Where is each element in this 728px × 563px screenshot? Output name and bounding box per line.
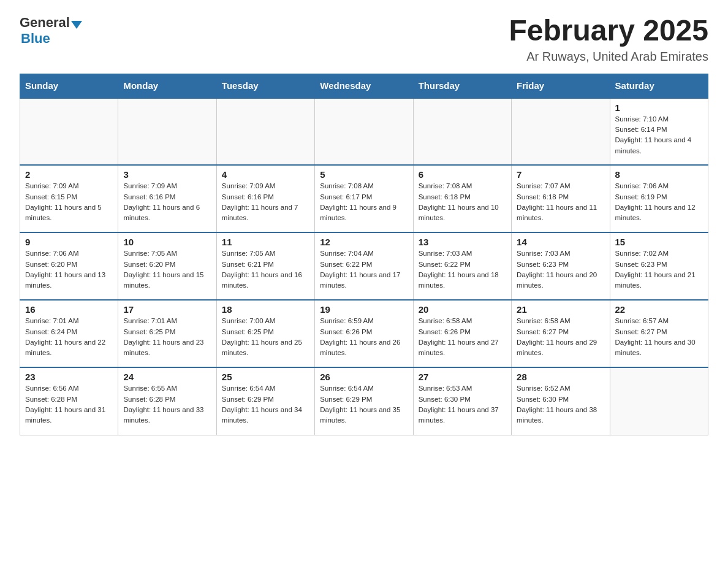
table-row: 23Sunrise: 6:56 AMSunset: 6:28 PMDayligh…: [20, 367, 118, 435]
table-row: 13Sunrise: 7:03 AMSunset: 6:22 PMDayligh…: [413, 232, 511, 300]
col-thursday: Thursday: [413, 74, 511, 98]
calendar-table: Sunday Monday Tuesday Wednesday Thursday…: [20, 74, 708, 435]
day-number: 24: [123, 372, 211, 382]
table-row: 17Sunrise: 7:01 AMSunset: 6:25 PMDayligh…: [118, 300, 216, 367]
day-number: 18: [222, 304, 309, 315]
day-info: Sunrise: 7:07 AMSunset: 6:18 PMDaylight:…: [517, 181, 604, 223]
day-number: 7: [517, 169, 604, 180]
table-row: 11Sunrise: 7:05 AMSunset: 6:21 PMDayligh…: [216, 232, 314, 300]
day-info: Sunrise: 7:04 AMSunset: 6:22 PMDaylight:…: [320, 248, 408, 291]
table-row: 15Sunrise: 7:02 AMSunset: 6:23 PMDayligh…: [610, 232, 708, 300]
day-number: 5: [320, 169, 408, 180]
day-number: 25: [222, 372, 309, 382]
col-saturday: Saturday: [610, 74, 708, 98]
day-info: Sunrise: 6:55 AMSunset: 6:28 PMDaylight:…: [123, 383, 211, 426]
table-row: [20, 98, 118, 165]
day-info: Sunrise: 7:01 AMSunset: 6:24 PMDaylight:…: [25, 316, 113, 358]
table-row: [512, 98, 610, 165]
day-info: Sunrise: 6:57 AMSunset: 6:27 PMDaylight:…: [615, 316, 703, 358]
col-wednesday: Wednesday: [315, 74, 413, 98]
calendar-week-row: 9Sunrise: 7:06 AMSunset: 6:20 PMDaylight…: [20, 232, 708, 300]
table-row: 1Sunrise: 7:10 AMSunset: 6:14 PMDaylight…: [610, 98, 708, 165]
logo-blue-text: Blue: [21, 31, 50, 47]
table-row: 5Sunrise: 7:08 AMSunset: 6:17 PMDaylight…: [315, 165, 413, 232]
day-number: 11: [222, 237, 309, 247]
day-number: 14: [517, 237, 604, 247]
day-number: 22: [615, 304, 703, 315]
day-info: Sunrise: 6:58 AMSunset: 6:26 PMDaylight:…: [419, 316, 506, 358]
table-row: 16Sunrise: 7:01 AMSunset: 6:24 PMDayligh…: [20, 300, 118, 367]
day-info: Sunrise: 7:02 AMSunset: 6:23 PMDaylight:…: [615, 248, 703, 291]
table-row: 6Sunrise: 7:08 AMSunset: 6:18 PMDaylight…: [413, 165, 511, 232]
day-info: Sunrise: 7:05 AMSunset: 6:20 PMDaylight:…: [123, 248, 211, 291]
day-info: Sunrise: 7:08 AMSunset: 6:18 PMDaylight:…: [419, 181, 506, 223]
day-info: Sunrise: 6:58 AMSunset: 6:27 PMDaylight:…: [517, 316, 604, 358]
page-header: General Blue February 2025 Ar Ruways, Un…: [20, 15, 708, 64]
day-info: Sunrise: 7:00 AMSunset: 6:25 PMDaylight:…: [222, 316, 309, 358]
table-row: 20Sunrise: 6:58 AMSunset: 6:26 PMDayligh…: [413, 300, 511, 367]
table-row: 19Sunrise: 6:59 AMSunset: 6:26 PMDayligh…: [315, 300, 413, 367]
calendar-week-row: 2Sunrise: 7:09 AMSunset: 6:15 PMDaylight…: [20, 165, 708, 232]
day-info: Sunrise: 7:10 AMSunset: 6:14 PMDaylight:…: [615, 114, 703, 156]
table-row: 9Sunrise: 7:06 AMSunset: 6:20 PMDaylight…: [20, 232, 118, 300]
logo-triangle-icon: [71, 21, 82, 29]
calendar-week-row: 16Sunrise: 7:01 AMSunset: 6:24 PMDayligh…: [20, 300, 708, 367]
table-row: 12Sunrise: 7:04 AMSunset: 6:22 PMDayligh…: [315, 232, 413, 300]
day-info: Sunrise: 7:03 AMSunset: 6:23 PMDaylight:…: [517, 248, 604, 291]
table-row: 18Sunrise: 7:00 AMSunset: 6:25 PMDayligh…: [216, 300, 314, 367]
day-number: 2: [25, 169, 113, 180]
col-friday: Friday: [512, 74, 610, 98]
day-number: 1: [615, 102, 703, 113]
logo: General Blue: [20, 15, 82, 47]
day-number: 15: [615, 237, 703, 247]
table-row: 28Sunrise: 6:52 AMSunset: 6:30 PMDayligh…: [512, 367, 610, 435]
day-number: 6: [419, 169, 506, 180]
table-row: 10Sunrise: 7:05 AMSunset: 6:20 PMDayligh…: [118, 232, 216, 300]
location-subtitle: Ar Ruways, United Arab Emirates: [509, 50, 708, 64]
table-row: [315, 98, 413, 165]
day-number: 12: [320, 237, 408, 247]
day-number: 19: [320, 304, 408, 315]
day-number: 21: [517, 304, 604, 315]
table-row: 24Sunrise: 6:55 AMSunset: 6:28 PMDayligh…: [118, 367, 216, 435]
day-number: 3: [123, 169, 211, 180]
day-info: Sunrise: 6:53 AMSunset: 6:30 PMDaylight:…: [419, 383, 506, 426]
table-row: 26Sunrise: 6:54 AMSunset: 6:29 PMDayligh…: [315, 367, 413, 435]
day-info: Sunrise: 7:03 AMSunset: 6:22 PMDaylight:…: [419, 248, 506, 291]
day-info: Sunrise: 7:06 AMSunset: 6:20 PMDaylight:…: [25, 248, 113, 291]
day-number: 9: [25, 237, 113, 247]
table-row: 8Sunrise: 7:06 AMSunset: 6:19 PMDaylight…: [610, 165, 708, 232]
day-number: 16: [25, 304, 113, 315]
table-row: 7Sunrise: 7:07 AMSunset: 6:18 PMDaylight…: [512, 165, 610, 232]
logo-general-text: General: [20, 15, 70, 31]
day-info: Sunrise: 6:54 AMSunset: 6:29 PMDaylight:…: [320, 383, 408, 426]
day-info: Sunrise: 6:59 AMSunset: 6:26 PMDaylight:…: [320, 316, 408, 358]
day-number: 23: [25, 372, 113, 382]
table-row: [118, 98, 216, 165]
table-row: 25Sunrise: 6:54 AMSunset: 6:29 PMDayligh…: [216, 367, 314, 435]
table-row: 3Sunrise: 7:09 AMSunset: 6:16 PMDaylight…: [118, 165, 216, 232]
calendar-week-row: 1Sunrise: 7:10 AMSunset: 6:14 PMDaylight…: [20, 98, 708, 165]
day-info: Sunrise: 6:56 AMSunset: 6:28 PMDaylight:…: [25, 383, 113, 426]
day-number: 10: [123, 237, 211, 247]
day-number: 26: [320, 372, 408, 382]
table-row: 21Sunrise: 6:58 AMSunset: 6:27 PMDayligh…: [512, 300, 610, 367]
day-info: Sunrise: 6:54 AMSunset: 6:29 PMDaylight:…: [222, 383, 309, 426]
day-number: 8: [615, 169, 703, 180]
table-row: [216, 98, 314, 165]
day-info: Sunrise: 7:08 AMSunset: 6:17 PMDaylight:…: [320, 181, 408, 223]
month-title: February 2025: [509, 15, 708, 47]
table-row: 27Sunrise: 6:53 AMSunset: 6:30 PMDayligh…: [413, 367, 511, 435]
calendar-week-row: 23Sunrise: 6:56 AMSunset: 6:28 PMDayligh…: [20, 367, 708, 435]
day-info: Sunrise: 7:09 AMSunset: 6:16 PMDaylight:…: [123, 181, 211, 223]
day-info: Sunrise: 7:09 AMSunset: 6:15 PMDaylight:…: [25, 181, 113, 223]
table-row: 14Sunrise: 7:03 AMSunset: 6:23 PMDayligh…: [512, 232, 610, 300]
table-row: 4Sunrise: 7:09 AMSunset: 6:16 PMDaylight…: [216, 165, 314, 232]
day-info: Sunrise: 7:01 AMSunset: 6:25 PMDaylight:…: [123, 316, 211, 358]
col-monday: Monday: [118, 74, 216, 98]
day-number: 4: [222, 169, 309, 180]
day-number: 17: [123, 304, 211, 315]
day-info: Sunrise: 7:05 AMSunset: 6:21 PMDaylight:…: [222, 248, 309, 291]
table-row: [413, 98, 511, 165]
day-number: 28: [517, 372, 604, 382]
